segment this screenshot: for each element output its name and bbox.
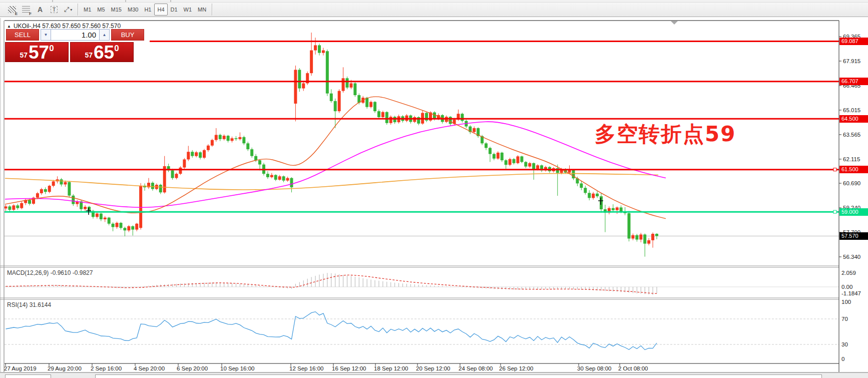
rsi-line — [6, 312, 657, 350]
candle-down — [250, 149, 253, 156]
candle-down — [298, 70, 301, 88]
candle-down — [119, 223, 122, 228]
candle-down — [635, 235, 638, 240]
sell-button[interactable]: SELL — [6, 29, 39, 41]
candle-up — [342, 78, 345, 91]
candle-down — [628, 213, 631, 239]
candle-up — [322, 51, 325, 53]
candle-down — [123, 228, 126, 230]
level-line-handle[interactable] — [833, 210, 836, 213]
volume-decrease-button[interactable]: ▼ — [41, 29, 51, 41]
candle-up — [127, 226, 130, 230]
symbol-header: ▲UKOil-,H4 57.630 57.650 57.560 57.570 — [7, 23, 124, 30]
candle-down — [513, 159, 516, 163]
candle-up — [5, 206, 8, 208]
date-label: 24 Sep 08:00 — [459, 365, 493, 371]
sell-price-sup: 0 — [49, 44, 54, 54]
candle-up — [20, 203, 23, 208]
candle-up — [286, 178, 289, 181]
date-label: 6 Sep 20:00 — [177, 365, 208, 371]
buy-price-small: 57 — [85, 51, 93, 59]
candle-down — [242, 137, 245, 143]
chart-shift-marker[interactable] — [671, 21, 678, 25]
mt4-window: E F A T ⤢ ▾ M1 M5 M15 M30 H1 H4 D1 W1 MN… — [0, 0, 868, 378]
rsi-axis-label: 100 — [841, 299, 851, 305]
candle-up — [647, 240, 650, 244]
level-line-handle[interactable] — [833, 168, 836, 171]
candle-up — [270, 175, 273, 177]
level-price-badge: 61.500 — [839, 166, 868, 173]
candle-down — [16, 205, 19, 208]
candle-down — [353, 83, 356, 95]
buy-button[interactable]: BUY — [111, 29, 144, 41]
candle-up — [473, 128, 476, 132]
candle-down — [365, 98, 368, 107]
candle-up — [536, 165, 539, 169]
candle-up — [116, 223, 119, 227]
candle-down — [191, 152, 194, 156]
candle-down — [588, 193, 591, 198]
price-tick-label: 63.565 — [843, 132, 860, 138]
candle-down — [227, 136, 230, 141]
candle-down — [254, 156, 257, 160]
candle-down — [258, 160, 261, 164]
date-label: 20 Sep 12:00 — [416, 365, 450, 371]
sell-price-big: 57 — [29, 44, 49, 61]
candle-up — [36, 193, 39, 198]
volume-input[interactable] — [51, 29, 99, 41]
rsi-axis-label: 30 — [841, 341, 848, 347]
candle-up — [211, 140, 214, 146]
candle-up — [302, 83, 305, 88]
candle-up — [592, 194, 595, 198]
candle-down — [520, 156, 523, 162]
candle-down — [246, 143, 249, 149]
candle-up — [381, 112, 384, 117]
candle-down — [334, 101, 337, 111]
candle-down — [131, 226, 134, 230]
buy-price-box[interactable]: 57 65 0 — [70, 42, 134, 62]
candle-up — [139, 186, 142, 228]
candle-down — [282, 176, 285, 180]
candle-down — [377, 111, 380, 117]
candle-up — [389, 117, 392, 123]
candle-down — [330, 94, 333, 101]
candle-up — [52, 181, 55, 186]
candle-up — [310, 51, 313, 74]
level-line-61.500[interactable] — [5, 168, 839, 171]
candle-up — [338, 91, 341, 112]
candle-up — [528, 163, 531, 167]
candle-down — [532, 163, 535, 169]
level-price-badge: 59.000 — [839, 208, 868, 216]
candle-down — [505, 160, 508, 165]
current-price-badge: 57.570 — [839, 232, 868, 240]
candle-up — [207, 146, 210, 150]
candle-down — [171, 170, 174, 178]
candle-up — [631, 235, 634, 239]
rsi-axis-label: 0 — [841, 356, 844, 362]
ma-mid-line — [5, 122, 666, 207]
candle-down — [318, 45, 321, 53]
date-label: 27 Aug 2019 — [4, 365, 37, 371]
candle-down — [493, 154, 496, 159]
candle-up — [639, 234, 642, 239]
rsi-indicator-label: RSI(14) 31.6144 — [7, 301, 51, 308]
candle-down — [489, 148, 492, 154]
candle-down — [8, 206, 11, 210]
candle-up — [84, 207, 87, 209]
candle-down — [108, 218, 111, 224]
collapse-panel-icon[interactable]: ▲ — [7, 24, 11, 29]
candle-down — [584, 188, 587, 193]
candle-down — [290, 178, 293, 188]
candle-up — [516, 156, 519, 163]
candle-down — [100, 214, 103, 219]
candle-up — [64, 182, 67, 185]
candle-up — [215, 135, 218, 140]
date-label: 12 Sep 16:00 — [289, 365, 323, 371]
volume-increase-button[interactable]: ▲ — [99, 29, 110, 41]
candle-down — [373, 102, 376, 112]
candle-down — [219, 135, 222, 139]
macd-axis-label: 0.00 — [841, 284, 852, 290]
price-tick-label: 67.915 — [843, 58, 860, 64]
sell-price-box[interactable]: 57 57 0 — [5, 42, 69, 62]
level-price-badge: 66.707 — [839, 78, 868, 85]
